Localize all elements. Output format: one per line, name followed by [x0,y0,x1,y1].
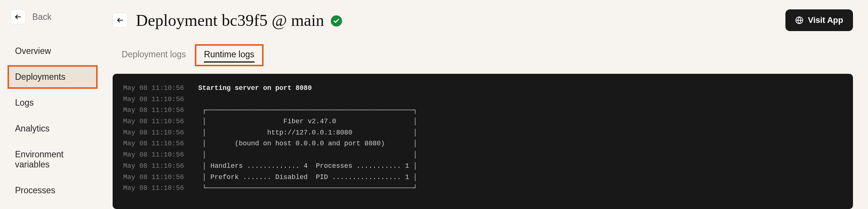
sidebar-item-logs[interactable]: Logs [8,91,98,115]
log-line: May 08 11:10:56 │ │ [123,149,842,161]
log-message: Starting server on port 8080 [198,83,312,94]
log-timestamp: May 08 11:10:56 [123,105,198,116]
globe-icon [795,16,803,24]
log-panel: May 08 11:10:56Starting server on port 8… [113,74,853,209]
log-timestamp: May 08 11:10:56 [123,149,198,161]
page-header: Deployment bc39f5 @ main Visit App [113,9,853,31]
back-button[interactable] [11,9,26,24]
log-line: May 08 11:10:56 [123,94,842,105]
log-timestamp: May 08 11:10:56 [123,172,198,183]
sidebar-item-deployments[interactable]: Deployments [8,65,98,89]
log-line: May 08 11:10:56 │ (bound on host 0.0.0.0… [123,138,842,149]
log-timestamp: May 08 11:10:56 [123,116,198,127]
back-label[interactable]: Back [32,12,51,22]
log-line: May 08 11:10:56Starting server on port 8… [123,83,842,94]
tab-runtime-logs[interactable]: Runtime logs [195,44,263,66]
log-message: │ Handlers ............. 4 Processes ...… [198,161,421,172]
sidebar-item-overview[interactable]: Overview [8,39,98,63]
log-timestamp: May 08 11:10:56 [123,94,198,105]
main-content: Deployment bc39f5 @ main Visit App Deplo… [105,0,868,209]
visit-app-button[interactable]: Visit App [785,9,853,31]
log-line: May 08 11:10:56 │ Handlers .............… [123,161,842,172]
sidebar-item-analytics[interactable]: Analytics [8,117,98,140]
visit-app-label: Visit App [808,15,843,25]
log-message: │ │ [198,149,421,161]
arrow-left-icon [116,16,124,24]
log-message: │ (bound on host 0.0.0.0 and port 8080) … [198,138,421,149]
tab-deployment-logs[interactable]: Deployment logs [113,44,195,66]
log-line: May 08 11:10:56 └───────────────────────… [123,183,842,194]
tabs: Deployment logs Runtime logs [113,44,853,66]
log-timestamp: May 08 11:10:56 [123,161,198,172]
log-line: May 08 11:10:56 │ Prefork ....... Disabl… [123,172,842,183]
log-message: │ Fiber v2.47.0 │ [198,116,421,127]
tab-label: Runtime logs [204,49,254,59]
sidebar: Back Overview Deployments Logs Analytics… [0,0,105,209]
sidebar-item-env-vars[interactable]: Environment variables [8,143,98,176]
sidebar-item-label: Analytics [15,124,50,133]
back-row: Back [8,9,98,24]
log-timestamp: May 08 11:10:56 [123,138,198,149]
sidebar-item-label: Overview [15,46,51,56]
sidebar-item-label: Processes [15,185,55,195]
sidebar-item-label: Environment variables [15,149,63,169]
sidebar-item-label: Logs [15,98,34,107]
log-line: May 08 11:10:56 ┌───────────────────────… [123,105,842,116]
log-line: May 08 11:10:56 │ http://127.0.0.1:8080 … [123,127,842,139]
log-message: └───────────────────────────────────────… [198,183,421,194]
status-badge-success [331,15,342,27]
arrow-left-icon [14,13,22,21]
log-timestamp: May 08 11:10:56 [123,183,198,194]
header-back-button[interactable] [113,13,128,28]
log-timestamp: May 08 11:10:56 [123,127,198,139]
log-message: │ http://127.0.0.1:8080 │ [198,127,421,139]
log-message: ┌───────────────────────────────────────… [198,105,421,116]
log-message: │ Prefork ....... Disabled PID .........… [198,172,421,183]
tab-label: Deployment logs [122,49,186,59]
sidebar-item-processes[interactable]: Processes [8,179,98,202]
check-icon [333,18,340,24]
sidebar-item-label: Deployments [15,72,65,82]
page-title: Deployment bc39f5 @ main [136,11,324,30]
log-line: May 08 11:10:56 │ Fiber v2.47.0 │ [123,116,842,127]
log-timestamp: May 08 11:10:56 [123,83,198,94]
